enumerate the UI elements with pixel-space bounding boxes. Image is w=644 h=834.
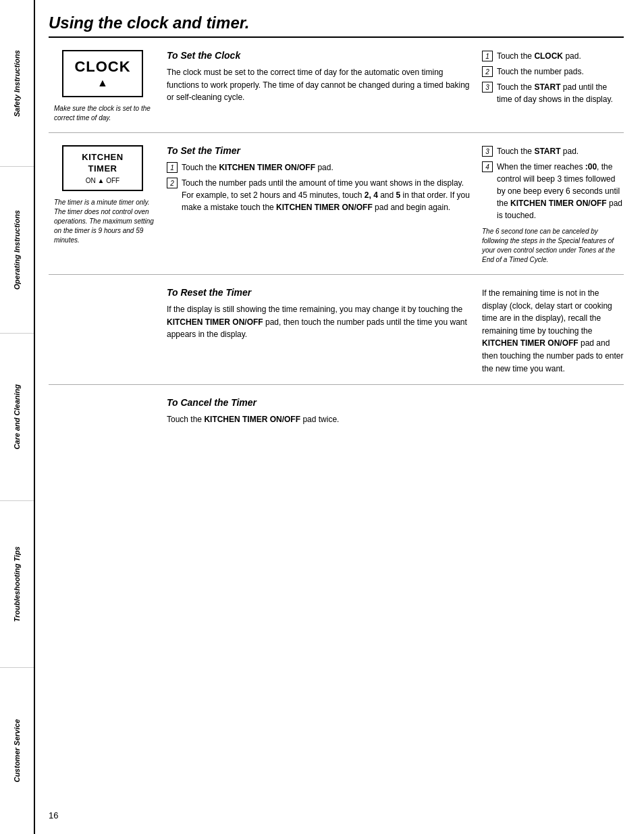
timer-step-1: 1 Touch the KITCHEN TIMER ON/OFF pad. bbox=[167, 161, 471, 174]
timer-middle: To Set the Timer 1 Touch the KITCHEN TIM… bbox=[167, 145, 471, 265]
cancel-text: Touch the KITCHEN TIMER ON/OFF pad twice… bbox=[167, 413, 624, 426]
clock-step-2: 2 Touch the number pads. bbox=[482, 66, 624, 78]
reset-content: To Reset the Timer If the display is sti… bbox=[167, 287, 624, 375]
reset-right: If the remaining time is not in the disp… bbox=[482, 287, 624, 375]
clock-step-3: 3 Touch the START pad until the time of … bbox=[482, 81, 624, 105]
timer-button-graphic: KITCHEN TIMER ON ▲ OFF bbox=[62, 145, 143, 191]
clock-image-area: CLOCK ▲ Make sure the clock is set to th… bbox=[49, 50, 167, 123]
clock-body: The clock must be set to the correct tim… bbox=[167, 66, 471, 104]
reset-left-text: If the display is still showing the time… bbox=[167, 303, 471, 341]
clock-step-1: 1 Touch the CLOCK pad. bbox=[482, 50, 624, 62]
clock-section: CLOCK ▲ Make sure the clock is set to th… bbox=[49, 38, 624, 133]
reset-section: To Reset the Timer If the display is sti… bbox=[49, 275, 624, 385]
timer-section: KITCHEN TIMER ON ▲ OFF The timer is a mi… bbox=[49, 133, 624, 275]
timer-button-sub: ON ▲ OFF bbox=[70, 177, 135, 184]
timer-step-4: 4 When the timer reaches :00, the contro… bbox=[482, 161, 624, 221]
sidebar-section-troubleshooting: Troubleshooting Tips bbox=[0, 501, 34, 668]
clock-button-graphic: CLOCK ▲ bbox=[62, 50, 143, 97]
cancel-image-area bbox=[49, 397, 167, 426]
page-number: 16 bbox=[49, 810, 624, 820]
main-content: Using the clock and timer. CLOCK ▲ Make … bbox=[35, 0, 644, 834]
timer-button-label: KITCHEN TIMER bbox=[70, 152, 135, 175]
timer-step-2: 2 Touch the number pads until the amount… bbox=[167, 177, 471, 213]
timer-heading: To Set the Timer bbox=[167, 145, 471, 156]
timer-right: 3 Touch the START pad. 4 When the timer … bbox=[482, 145, 624, 265]
timer-image-caption: The timer is a minute timer only.The tim… bbox=[54, 198, 160, 245]
sidebar-label-operating: Operating Instructions bbox=[13, 210, 21, 290]
sidebar-section-care: Care and Cleaning bbox=[0, 334, 34, 500]
sidebar-label-safety: Safety Instructions bbox=[13, 50, 21, 117]
timer-content: To Set the Timer 1 Touch the KITCHEN TIM… bbox=[167, 145, 624, 265]
clock-content: To Set the Clock The clock must be set t… bbox=[167, 50, 624, 123]
timer-note: The 6 second tone can be canceled by fol… bbox=[482, 227, 624, 265]
clock-middle: To Set the Clock The clock must be set t… bbox=[167, 50, 471, 123]
sidebar-section-customer: Customer Service bbox=[0, 668, 34, 834]
reset-heading: To Reset the Timer bbox=[167, 287, 471, 298]
page-title: Using the clock and timer. bbox=[49, 14, 624, 32]
clock-button-arrow: ▲ bbox=[74, 77, 131, 89]
reset-image-area bbox=[49, 287, 167, 375]
clock-button-label: CLOCK bbox=[74, 58, 131, 76]
timer-image-area: KITCHEN TIMER ON ▲ OFF The timer is a mi… bbox=[49, 145, 167, 265]
sidebar-label-care: Care and Cleaning bbox=[13, 384, 21, 450]
timer-step-3: 3 Touch the START pad. bbox=[482, 145, 624, 157]
sidebar-section-safety: Safety Instructions bbox=[0, 0, 34, 167]
cancel-section: To Cancel the Timer Touch the KITCHEN TI… bbox=[49, 385, 624, 436]
clock-steps: 1 Touch the CLOCK pad. 2 Touch the numbe… bbox=[482, 50, 624, 123]
reset-middle: To Reset the Timer If the display is sti… bbox=[167, 287, 471, 375]
sidebar-label-troubleshooting: Troubleshooting Tips bbox=[13, 546, 21, 622]
cancel-heading: To Cancel the Timer bbox=[167, 397, 624, 408]
cancel-content: To Cancel the Timer Touch the KITCHEN TI… bbox=[167, 397, 624, 426]
reset-right-text: If the remaining time is not in the disp… bbox=[482, 287, 624, 375]
clock-heading: To Set the Clock bbox=[167, 50, 471, 61]
sidebar-label-customer: Customer Service bbox=[13, 719, 21, 783]
sidebar-section-operating: Operating Instructions bbox=[0, 167, 34, 334]
clock-image-caption: Make sure the clock is set to the correc… bbox=[54, 104, 160, 123]
sidebar: Safety Instructions Operating Instructio… bbox=[0, 0, 35, 834]
